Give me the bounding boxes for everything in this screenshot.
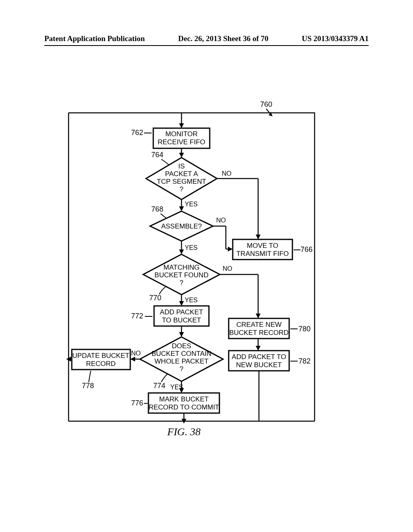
ref-770: 770 (149, 294, 161, 302)
box-add-l1: ADD PACKET (160, 308, 203, 316)
header-rule (44, 45, 369, 46)
box-update-l2: RECORD (86, 360, 116, 368)
svg-marker-11 (179, 206, 184, 211)
box-monitor-l1: MONITOR (165, 130, 198, 138)
box-addnew-l1: ADD PACKET TO (232, 353, 286, 361)
page-header: Patent Application Publication Dec. 26, … (0, 34, 413, 43)
box-tcp-l4: ? (179, 185, 183, 193)
box-tcp-l2: PACKET A (165, 170, 198, 178)
header-right: US 2013/0343379 A1 (302, 34, 369, 43)
box-contain-l1: DOES (172, 342, 191, 350)
box-addnew-l2: NEW BUCKET (236, 361, 282, 369)
box-create-l2: BUCKET RECORD (229, 329, 288, 337)
ref-778: 778 (82, 382, 94, 390)
box-mark-l2: RECORD TO COMMIT (148, 403, 219, 411)
box-contain-l3: WHOLE PACKET (154, 357, 209, 365)
ref-782: 782 (298, 357, 311, 365)
ref-760: 760 (260, 101, 272, 108)
box-match-l1: MATCHING (163, 264, 199, 271)
box-assemble: ASSEMBLE? (161, 222, 202, 230)
svg-marker-25 (179, 301, 184, 306)
ref-772: 772 (131, 312, 143, 320)
ref-768: 768 (151, 205, 163, 213)
svg-marker-16 (228, 247, 233, 251)
edge-assemble-yes: YES (185, 244, 198, 251)
ref-774: 774 (153, 382, 165, 390)
svg-marker-23 (256, 314, 261, 318)
svg-marker-9 (256, 235, 261, 239)
box-update-l1: UPDATE BUCKET (72, 352, 129, 360)
svg-marker-5 (179, 153, 184, 158)
box-mark-l1: MARK BUCKET (159, 395, 209, 403)
header-left: Patent Application Publication (44, 34, 145, 43)
box-create-l1: CREATE NEW (236, 321, 282, 328)
edge-contain-no: NO (131, 350, 141, 357)
box-contain-l4: ? (179, 365, 183, 373)
box-match-l3: ? (179, 279, 183, 287)
svg-marker-2 (179, 123, 184, 128)
header-center: Dec. 26, 2013 Sheet 36 of 70 (178, 34, 269, 43)
box-move-l2: TRANSMIT FIFO (236, 250, 289, 258)
edge-contain-yes: YES (170, 384, 183, 391)
edge-tcp-no: NO (222, 170, 232, 177)
box-tcp-l3: TCP SEGMENT (157, 178, 206, 185)
svg-marker-18 (179, 249, 184, 254)
box-monitor-l2: RECEIVE FIFO (158, 138, 205, 146)
ref-762: 762 (131, 129, 143, 137)
ref-780: 780 (298, 325, 311, 333)
box-add-l2: TO BUCKET (162, 316, 201, 324)
ref-776: 776 (131, 399, 143, 407)
flowchart-figure: 760 MONITOR RECEIVE FIFO 762 764 IS PACK… (0, 101, 413, 532)
figure-label: FIG. 38 (167, 426, 200, 438)
box-move-l1: MOVE TO (247, 242, 278, 249)
box-match-l2: BUCKET FOUND (154, 271, 209, 279)
edge-match-yes: YES (185, 297, 198, 303)
svg-marker-33 (179, 332, 184, 337)
ref-766: 766 (300, 245, 313, 254)
edge-match-no: NO (223, 265, 232, 272)
box-contain-l2: BUCKET CONTAIN (152, 350, 212, 357)
box-tcp-l1: IS (178, 162, 185, 170)
edge-tcp-yes: YES (185, 201, 198, 208)
svg-marker-29 (256, 346, 261, 351)
svg-marker-36 (130, 357, 135, 362)
ref-764: 764 (151, 151, 163, 159)
edge-assemble-no: NO (216, 217, 226, 224)
